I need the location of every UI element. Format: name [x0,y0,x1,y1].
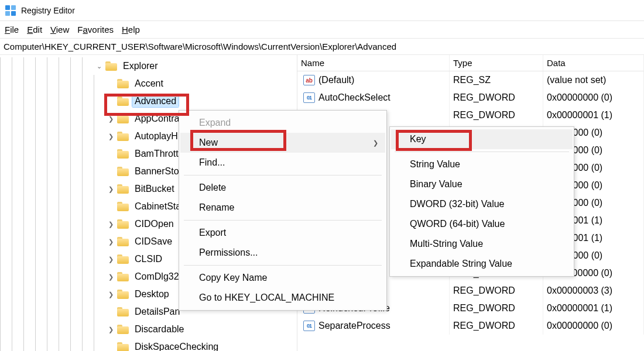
folder-icon [117,237,129,246]
chevron-right-icon[interactable]: ❯ [105,219,116,229]
expander-placeholder: ❯ [105,166,116,177]
list-row[interactable]: AutoCheckSelectREG_DWORD0x00000000 (0) [297,89,644,106]
separator [184,220,382,221]
ctx-export[interactable]: Export [180,223,385,243]
list-header[interactable]: Name Type Data [297,55,644,71]
tree-label: Advanced [132,95,179,107]
window-title: Registry Editor [21,6,75,15]
chevron-right-icon[interactable]: ❯ [105,254,116,264]
col-header-name[interactable]: Name [297,55,450,71]
menu-edit[interactable]: Edit [27,25,42,35]
chevron-right-icon[interactable]: ❯ [105,113,116,124]
ctx-new-string[interactable]: String Value [391,154,573,174]
tree-item[interactable]: ❯DiskSpaceChecking [0,338,297,351]
chevron-right-icon[interactable]: ❯ [105,236,116,247]
svg-rect-0 [5,5,10,10]
value-type: REG_DWORD [450,282,543,300]
tree-label: CLSID [132,253,165,265]
folder-icon [117,167,129,176]
regedit-icon [5,5,16,16]
tree-item-explorer[interactable]: ⌄ Explorer [0,57,297,75]
tree-label: CIDOpen [132,218,176,230]
svg-rect-3 [11,11,16,16]
svg-rect-2 [5,11,10,16]
tree-label: BamThrott [132,148,181,160]
binary-value-icon [303,92,315,103]
expander-placeholder: ❯ [105,149,116,159]
tree-label: Accent [132,78,166,90]
value-type: REG_DWORD [450,89,543,106]
menu-help[interactable]: Help [122,25,140,35]
tree-label: CIDSave [132,236,174,247]
folder-icon [117,254,129,264]
tree-item[interactable]: ❯Accent [0,75,297,92]
folder-icon [117,202,129,211]
expander-placeholder: ❯ [105,342,116,351]
folder-icon [105,61,117,71]
tree-label: AppContra [132,113,182,125]
value-data: 0x00000000 (0) [543,317,644,335]
tree-label: ComDlg32 [132,271,181,283]
context-menu: Expand New ❯ Find... Delete Rename Expor… [179,110,387,311]
ctx-new-expandstring[interactable]: Expandable String Value [391,254,573,274]
chevron-right-icon[interactable]: ❯ [105,289,116,300]
folder-icon [117,184,129,194]
folder-icon [117,307,129,316]
separator [184,265,382,266]
col-header-data[interactable]: Data [543,55,644,71]
value-data: 0x00000003 (3) [543,282,644,300]
chevron-right-icon[interactable]: ❯ [105,271,116,282]
chevron-right-icon[interactable]: ❯ [105,184,116,194]
value-type: REG_SZ [450,71,543,89]
col-header-type[interactable]: Type [450,55,543,71]
ctx-new[interactable]: New ❯ [180,133,385,153]
folder-icon [117,342,129,351]
ctx-go-hklm[interactable]: Go to HKEY_LOCAL_MACHINE [180,288,385,308]
list-row[interactable]: SeparateProcessREG_DWORD0x00000000 (0) [297,317,644,335]
value-name: SeparateProcess [318,321,390,331]
ctx-new-multistring[interactable]: Multi-String Value [391,234,573,254]
value-type: REG_DWORD [450,300,543,317]
ctx-copy-key-name[interactable]: Copy Key Name [180,268,385,288]
ctx-new-binary[interactable]: Binary Value [391,174,573,194]
chevron-down-icon[interactable]: ⌄ [94,61,104,71]
address-bar[interactable]: Computer\HKEY_CURRENT_USER\Software\Micr… [0,39,644,55]
ctx-rename[interactable]: Rename [180,198,385,218]
submenu-arrow-icon: ❯ [373,139,378,147]
address-path: Computer\HKEY_CURRENT_USER\Software\Micr… [4,42,396,51]
expander-placeholder: ❯ [105,96,116,106]
tree-label: BitBucket [132,183,177,195]
folder-icon [117,219,129,229]
folder-icon [117,79,129,88]
tree-label: BannerSto [132,166,181,177]
separator [395,152,569,152]
chevron-right-icon[interactable]: ❯ [105,131,116,142]
menu-file[interactable]: File [5,25,19,35]
tree-label: Explorer [121,60,160,72]
value-type: REG_DWORD [450,317,543,335]
tree-label: AutoplayH [132,130,180,142]
value-data: 0x00000001 (1) [543,106,644,124]
value-name: (Default) [318,75,354,85]
menu-favorites[interactable]: Favorites [77,25,114,35]
string-value-icon [303,75,315,85]
context-submenu-new: Key String Value Binary Value DWORD (32-… [389,126,574,277]
ctx-new-qword[interactable]: QWORD (64-bit) Value [391,214,573,234]
tree-label: DetailsPan [132,306,182,318]
tree-item[interactable]: ❯Discardable [0,321,297,338]
folder-icon [117,132,129,141]
chevron-right-icon[interactable]: ❯ [105,324,116,335]
ctx-delete[interactable]: Delete [180,178,385,198]
tree-label: DiskSpaceChecking [132,341,221,351]
ctx-new-key[interactable]: Key [391,129,573,149]
menu-view[interactable]: View [50,25,69,35]
tree-label: CabinetSta [132,201,183,212]
tree-item[interactable]: ❯Advanced [0,92,297,110]
value-data: 0x00000001 (1) [543,300,644,317]
ctx-new-dword[interactable]: DWORD (32-bit) Value [391,194,573,214]
ctx-permissions[interactable]: Permissions... [180,243,385,263]
value-data: (value not set) [543,71,644,89]
ctx-find[interactable]: Find... [180,153,385,173]
list-row[interactable]: (Default)REG_SZ(value not set) [297,71,644,89]
value-type: REG_DWORD [450,106,543,124]
